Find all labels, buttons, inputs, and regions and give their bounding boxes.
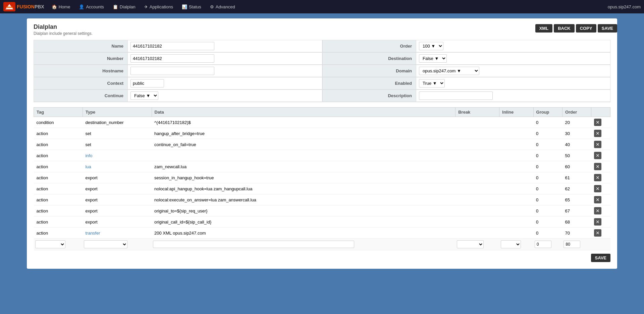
context-input[interactable]: [130, 79, 164, 87]
cell-data: [152, 150, 455, 161]
bottom-save-area: SAVE: [34, 254, 610, 262]
nav-accounts[interactable]: 👤 Accounts: [75, 2, 108, 11]
cell-type: transfer: [83, 228, 152, 239]
add-order-input[interactable]: [564, 241, 580, 248]
applications-icon: ✈: [144, 4, 148, 9]
cell-order: 50: [562, 150, 591, 161]
xml-button[interactable]: XML: [535, 24, 552, 33]
cell-order: 65: [562, 194, 591, 205]
dialplan-icon: 📋: [113, 4, 118, 9]
description-cell: [416, 90, 610, 102]
col-order: Order: [562, 108, 591, 117]
cell-delete: ✕: [591, 161, 610, 172]
save-button-bottom[interactable]: SAVE: [591, 254, 610, 262]
add-break-cell: [455, 239, 499, 250]
continue-label: Continue: [34, 90, 128, 102]
col-inline: Inline: [499, 108, 533, 117]
cell-tag: action: [34, 205, 83, 216]
delete-row-button[interactable]: ✕: [594, 163, 601, 170]
destination-select[interactable]: False ▼: [419, 54, 447, 63]
cell-group: 0: [533, 194, 562, 205]
order-select[interactable]: 100 ▼: [419, 42, 443, 50]
cell-data: original_call_id=${sip_call_id}: [152, 216, 455, 228]
name-input[interactable]: [130, 42, 214, 50]
cell-data: hangup_after_bridge=true: [152, 128, 455, 139]
cell-break: [455, 117, 499, 128]
advanced-icon: ⚙: [210, 4, 214, 9]
nav-advanced[interactable]: ⚙ Advanced: [206, 2, 239, 11]
add-group-input[interactable]: [535, 241, 551, 248]
cell-type: export: [83, 216, 152, 228]
top-buttons: XML BACK COPY SAVE: [535, 24, 617, 33]
cell-break: [455, 172, 499, 183]
cell-order: 68: [562, 216, 591, 228]
nav-home[interactable]: 🏠 Home: [48, 2, 74, 11]
add-row: action condition set export lua: [34, 239, 610, 250]
delete-row-button[interactable]: ✕: [594, 119, 601, 126]
add-tag-select[interactable]: action condition: [35, 240, 65, 248]
cell-delete: ✕: [591, 128, 610, 139]
cell-order: 40: [562, 139, 591, 150]
table-header-row: Tag Type Data Break Inline Group Order: [34, 108, 610, 117]
number-label: Number: [34, 53, 128, 65]
cell-group: 0: [533, 117, 562, 128]
copy-button[interactable]: COPY: [576, 24, 596, 33]
cell-tag: action: [34, 172, 83, 183]
hostname-label: Hostname: [34, 65, 128, 77]
nav-dialplan[interactable]: 📋 Dialplan: [109, 2, 140, 11]
delete-row-button[interactable]: ✕: [594, 174, 601, 181]
cell-group: 0: [533, 161, 562, 172]
domain-cell: opus.sip247.com ▼: [416, 65, 610, 77]
cell-type: destination_number: [83, 117, 152, 128]
cell-type: set: [83, 139, 152, 150]
add-inline-select[interactable]: [501, 240, 521, 248]
name-label: Name: [34, 40, 128, 52]
back-button[interactable]: BACK: [554, 24, 575, 33]
col-data: Data: [152, 108, 455, 117]
cell-tag: action: [34, 228, 83, 239]
cell-break: [455, 161, 499, 172]
domain-display: opus.sip247.com: [608, 4, 641, 9]
cell-order: 70: [562, 228, 591, 239]
delete-row-button[interactable]: ✕: [594, 207, 601, 214]
cell-delete: ✕: [591, 216, 610, 228]
add-inline-cell: [499, 239, 533, 250]
brand: FUSIONPBX: [3, 2, 44, 11]
description-input[interactable]: [419, 91, 493, 100]
name-cell: [128, 40, 322, 52]
hostname-input[interactable]: [130, 67, 214, 75]
dialplan-table: Tag Type Data Break Inline Group Order c…: [34, 107, 610, 250]
nav-status[interactable]: 📊 Status: [178, 2, 205, 11]
add-data-input[interactable]: [153, 241, 354, 248]
delete-row-button[interactable]: ✕: [594, 130, 601, 137]
delete-row-button[interactable]: ✕: [594, 196, 601, 203]
delete-row-button[interactable]: ✕: [594, 185, 601, 192]
cell-inline: [499, 150, 533, 161]
cell-break: [455, 205, 499, 216]
nav-applications[interactable]: ✈ Applications: [140, 2, 177, 11]
domain-select[interactable]: opus.sip247.com ▼: [419, 67, 479, 75]
save-button-top[interactable]: SAVE: [598, 24, 617, 33]
continue-select[interactable]: False ▼: [130, 91, 158, 100]
settings-form: Name Order 100 ▼ Number: [34, 40, 610, 102]
cell-order: 67: [562, 205, 591, 216]
delete-row-button[interactable]: ✕: [594, 152, 601, 159]
cell-tag: action: [34, 161, 83, 172]
delete-row-button[interactable]: ✕: [594, 229, 601, 237]
number-input[interactable]: [130, 54, 214, 63]
cell-order: 20: [562, 117, 591, 128]
add-break-select[interactable]: [457, 240, 484, 248]
delete-row-button[interactable]: ✕: [594, 141, 601, 148]
add-type-select[interactable]: set export lua: [84, 240, 127, 248]
cell-type: export: [83, 172, 152, 183]
cell-order: 60: [562, 161, 591, 172]
delete-row-button[interactable]: ✕: [594, 218, 601, 226]
context-label: Context: [34, 77, 128, 89]
enabled-select[interactable]: True ▼: [419, 79, 445, 87]
cell-break: [455, 150, 499, 161]
cell-tag: action: [34, 183, 83, 194]
cell-type: lua: [83, 161, 152, 172]
table-row: action transfer 200 XML opus.sip247.com …: [34, 228, 610, 239]
table-row: action info 0 50 ✕: [34, 150, 610, 161]
order-cell: 100 ▼: [416, 40, 610, 52]
